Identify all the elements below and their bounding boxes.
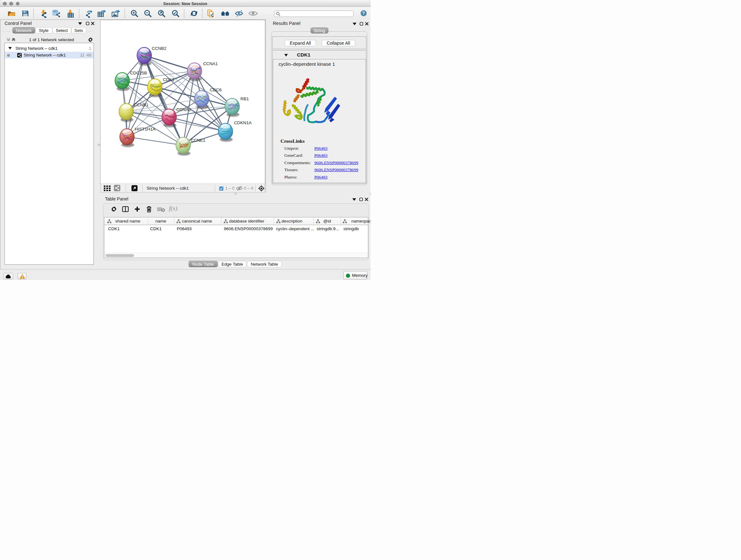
svg-text:CCNA1: CCNA1: [203, 61, 218, 66]
svg-text:RB1: RB1: [240, 97, 249, 101]
svg-text:CCNB2: CCNB2: [151, 46, 166, 51]
svg-text:HIST1H1A: HIST1H1A: [135, 127, 155, 132]
svg-text:CCNE1: CCNE1: [191, 138, 205, 143]
svg-text:CCNB1: CCNB1: [134, 103, 148, 107]
svg-text:CDK1: CDK1: [163, 77, 174, 82]
svg-text:CDKN1A: CDKN1A: [234, 120, 252, 125]
svg-text:CDC6: CDC6: [210, 87, 221, 92]
svg-text:CDC25B: CDC25B: [130, 71, 147, 75]
svg-text:CCNA2: CCNA2: [176, 107, 191, 112]
